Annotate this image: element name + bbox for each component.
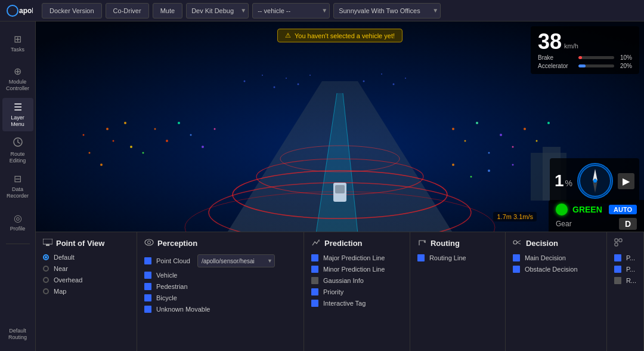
- prediction-interactive-check[interactable]: [311, 300, 318, 307]
- sidebar-divider: [6, 244, 30, 244]
- routing-header: Routing: [417, 238, 498, 248]
- decision-panel: Decision Main Decision Obstacle Decision: [506, 232, 607, 351]
- pov-default[interactable]: Default: [43, 254, 129, 261]
- svg-point-38: [488, 170, 490, 172]
- routing-line-check[interactable]: [417, 254, 425, 261]
- decision-main-check[interactable]: [513, 254, 520, 261]
- svg-point-19: [130, 146, 132, 148]
- prediction-minor-line[interactable]: Minor Prediction Line: [311, 266, 402, 273]
- point-cloud-select[interactable]: /apollo/sensor/hesai: [197, 254, 275, 267]
- svg-point-48: [393, 84, 395, 85]
- location-select-wrap: Sunnyvale With Two Offices ▼: [333, 3, 441, 19]
- svg-point-33: [524, 128, 526, 130]
- decision-icon: [513, 238, 522, 248]
- svg-point-47: [381, 73, 382, 75]
- routing-icon: [417, 238, 427, 248]
- pov-near[interactable]: Near: [43, 265, 129, 272]
- sidebar-item-route-editing[interactable]: RouteEditing: [2, 134, 33, 167]
- sidebar-item-data-recorder[interactable]: ⊟ DataRecorder: [2, 170, 33, 203]
- pov-map-radio[interactable]: [43, 288, 49, 294]
- prediction-priority-check[interactable]: [311, 288, 318, 295]
- docker-version-btn[interactable]: Docker Version: [42, 3, 102, 19]
- svg-point-32: [512, 146, 514, 148]
- svg-point-37: [470, 176, 472, 178]
- svg-marker-64: [423, 241, 425, 243]
- vehicle-select-wrap: -- vehicle -- ▼: [252, 3, 330, 19]
- svg-point-40: [244, 81, 246, 82]
- prediction-gaussian-check[interactable]: [311, 277, 318, 284]
- svg-point-20: [154, 128, 156, 130]
- more-item-3[interactable]: R...: [614, 277, 636, 284]
- point-of-view-header: Point of View: [43, 238, 129, 248]
- svg-rect-51: [335, 185, 345, 193]
- more-item-1[interactable]: P...: [614, 254, 636, 261]
- perception-pedestrian-check[interactable]: [144, 283, 151, 290]
- svg-point-27: [452, 128, 454, 130]
- perception-vehicle[interactable]: Vehicle: [144, 272, 296, 279]
- decision-main[interactable]: Main Decision: [513, 254, 599, 261]
- decision-header: Decision: [513, 238, 599, 248]
- pov-map[interactable]: Map: [43, 288, 129, 295]
- sidebar-item-tasks[interactable]: ⊞ Tasks: [2, 26, 33, 60]
- sidebar-item-layer-menu[interactable]: ☰ LayerMenu: [2, 98, 33, 131]
- perception-unknown-movable[interactable]: Unknown Movable: [144, 306, 296, 313]
- hud-compass: 1 % ▶: [550, 158, 639, 204]
- more-item-2[interactable]: P...: [614, 266, 636, 273]
- pov-default-radio[interactable]: [43, 254, 49, 260]
- compass-next-btn[interactable]: ▶: [618, 173, 634, 189]
- perception-point-cloud[interactable]: Point Cloud /apollo/sensor/hesai ▼: [144, 254, 296, 267]
- svg-text:apollo: apollo: [19, 7, 33, 15]
- prediction-major-line[interactable]: Major Prediction Line: [311, 254, 402, 261]
- svg-point-25: [202, 146, 204, 148]
- pov-overhead-radio[interactable]: [43, 277, 49, 283]
- sidebar-item-default-routing[interactable]: DefaultRouting: [2, 318, 33, 351]
- sidebar-item-module-controller[interactable]: ⊕ ModuleController: [2, 62, 33, 96]
- prediction-interactive-tag[interactable]: Interactive Tag: [311, 300, 402, 307]
- svg-rect-69: [619, 239, 622, 242]
- perception-icon: [144, 238, 154, 248]
- dev-kit-debug-select-wrap: Dev Kit Debug ▼: [186, 3, 249, 19]
- profile-icon: ◎: [14, 213, 22, 224]
- mute-btn[interactable]: Mute: [153, 3, 182, 19]
- prediction-priority[interactable]: Priority: [311, 288, 402, 295]
- route-editing-icon: [13, 137, 23, 149]
- more-panel: P... P... R...: [607, 232, 644, 351]
- perception-point-cloud-check[interactable]: [144, 257, 151, 264]
- perception-bicycle[interactable]: Bicycle: [144, 294, 296, 301]
- dev-kit-debug-select[interactable]: Dev Kit Debug: [186, 3, 249, 19]
- sidebar-item-profile[interactable]: ◎ Profile: [2, 205, 33, 239]
- svg-point-43: [286, 78, 287, 79]
- main-area: ⚠ You haven't selected a vehicle yet! 38…: [36, 21, 644, 351]
- more-item-3-check[interactable]: [614, 277, 621, 284]
- svg-rect-60: [46, 244, 49, 246]
- perception-unknown-movable-check[interactable]: [144, 306, 151, 313]
- svg-point-21: [166, 140, 168, 142]
- svg-point-17: [100, 164, 103, 166]
- svg-point-34: [536, 140, 538, 142]
- more-item-1-check[interactable]: [614, 254, 621, 261]
- perception-panel: Perception Point Cloud /apollo/sensor/he…: [137, 232, 304, 351]
- pov-near-radio[interactable]: [43, 266, 49, 272]
- svg-point-23: [178, 122, 180, 124]
- svg-point-26: [214, 128, 216, 130]
- perception-pedestrian[interactable]: Pedestrian: [144, 283, 296, 290]
- svg-point-28: [465, 140, 466, 142]
- pov-overhead[interactable]: Overhead: [43, 276, 129, 284]
- routing-line[interactable]: Routing Line: [417, 254, 498, 261]
- prediction-gaussian-info[interactable]: Gaussian Info: [311, 277, 402, 284]
- svg-point-14: [113, 140, 114, 142]
- more-item-2-check[interactable]: [614, 266, 621, 273]
- vehicle-select[interactable]: -- vehicle --: [252, 3, 330, 19]
- svg-point-42: [274, 87, 275, 88]
- prediction-major-line-check[interactable]: [311, 254, 318, 261]
- prediction-minor-line-check[interactable]: [311, 266, 318, 273]
- left-sidebar: ⊞ Tasks ⊕ ModuleController ☰ LayerMenu R…: [0, 21, 36, 351]
- co-driver-btn[interactable]: Co-Driver: [106, 3, 149, 19]
- decision-obstacle[interactable]: Obstacle Decision: [513, 266, 599, 273]
- perception-bicycle-check[interactable]: [144, 294, 151, 301]
- tasks-icon: ⊞: [14, 33, 21, 45]
- perception-vehicle-check[interactable]: [144, 272, 151, 279]
- location-select[interactable]: Sunnyvale With Two Offices: [333, 3, 441, 19]
- svg-line-67: [517, 242, 521, 244]
- decision-obstacle-check[interactable]: [513, 266, 520, 273]
